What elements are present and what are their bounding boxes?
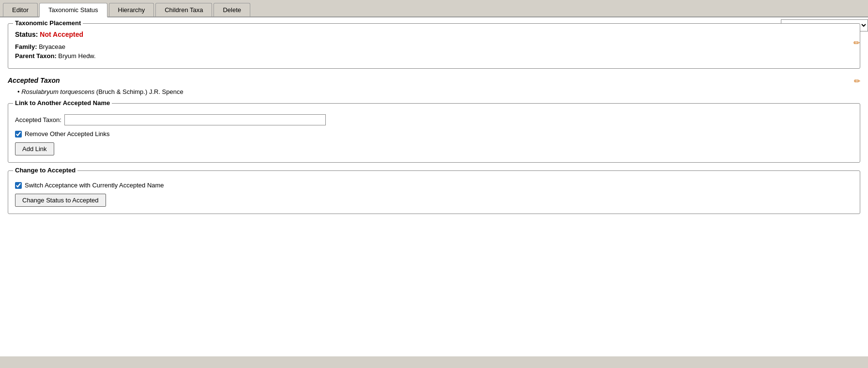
tab-children-taxa[interactable]: Children Taxa <box>155 3 212 16</box>
status-label: Status: <box>15 31 38 38</box>
parent-taxon-label: Parent Taxon: <box>15 52 57 60</box>
switch-acceptance-checkbox[interactable] <box>15 182 22 189</box>
accepted-taxon-edit-icon[interactable]: ✏ <box>854 77 860 86</box>
accepted-taxon-input[interactable] <box>64 114 326 125</box>
accepted-taxon-rest: (Bruch & Schimp.) J.R. Spence <box>94 88 183 95</box>
accepted-taxon-row: Accepted Taxon: <box>15 114 853 125</box>
change-accepted-legend: Change to Accepted <box>13 167 77 174</box>
accepted-taxon-section: Accepted Taxon Rosulabryum torquescens (… <box>8 77 860 95</box>
placement-legend: Taxonomic Placement <box>13 19 83 27</box>
parent-taxon-value: Bryum Hedw. <box>58 52 95 60</box>
tab-taxonomic-status[interactable]: Taxonomic Status <box>39 3 107 17</box>
status-value: Not Accepted <box>40 31 83 38</box>
status-line: Status: Not Accepted <box>15 31 853 38</box>
placement-edit-icon[interactable]: ✏ <box>853 38 860 47</box>
change-accepted-section: Change to Accepted Switch Acceptance wit… <box>8 170 860 214</box>
accepted-taxon-title: Accepted Taxon <box>8 77 860 84</box>
tabs-bar: Editor Taxonomic Status Hierarchy Childr… <box>0 0 868 17</box>
tab-editor[interactable]: Editor <box>3 3 38 16</box>
parent-taxon-line: Parent Taxon: Bryum Hedw. <box>15 52 853 60</box>
taxonomic-placement-section: Taxonomic Placement Status: Not Accepted… <box>8 23 860 69</box>
change-status-button[interactable]: Change Status to Accepted <box>15 194 106 207</box>
accepted-taxon-item: Rosulabryum torquescens (Bruch & Schimp.… <box>17 88 860 95</box>
tab-hierarchy[interactable]: Hierarchy <box>109 3 154 16</box>
accepted-taxon-italic: Rosulabryum torquescens <box>21 88 94 95</box>
change-accepted-inner: Switch Acceptance with Currently Accepte… <box>15 182 853 207</box>
family-value: Bryaceae <box>39 43 65 50</box>
add-link-button[interactable]: Add Link <box>15 142 54 155</box>
switch-acceptance-row: Switch Acceptance with Currently Accepte… <box>15 182 853 189</box>
accepted-taxon-form-label: Accepted Taxon: <box>15 116 61 123</box>
tab-delete[interactable]: Delete <box>213 3 250 16</box>
link-accepted-name-section: Link to Another Accepted Name Accepted T… <box>8 103 860 163</box>
switch-acceptance-label: Switch Acceptance with Currently Accepte… <box>25 182 164 189</box>
family-line: Family: Bryaceae <box>15 43 853 50</box>
remove-links-row: Remove Other Accepted Links <box>15 130 853 138</box>
link-inner: Accepted Taxon: Remove Other Accepted Li… <box>15 114 853 155</box>
content-area: Default Taxonomy Taxonomic Placement Sta… <box>0 17 868 356</box>
remove-links-checkbox[interactable] <box>15 131 22 138</box>
link-legend: Link to Another Accepted Name <box>13 99 112 107</box>
family-label: Family: <box>15 43 37 50</box>
remove-links-label: Remove Other Accepted Links <box>25 130 110 138</box>
